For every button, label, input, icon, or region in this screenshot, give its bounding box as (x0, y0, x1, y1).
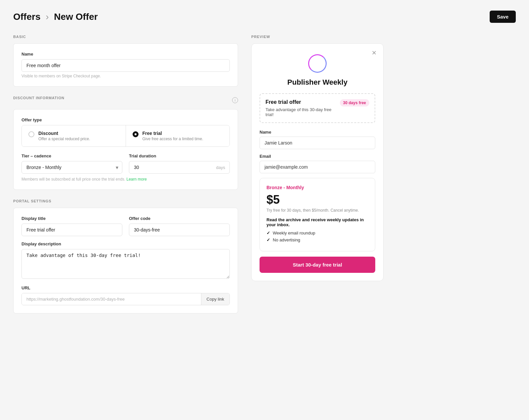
name-field-label: Name (21, 52, 230, 57)
name-helper-text: Visible to members on Stripe Checkout pa… (21, 74, 230, 78)
trial-duration-wrapper: days (129, 161, 230, 174)
portal-card: Display title Offer code Display descrip… (13, 208, 238, 314)
preview-label: PREVIEW (251, 35, 516, 39)
preview-publisher-name: Publisher Weekly (260, 78, 375, 87)
breadcrumb-current: New Offer (54, 12, 98, 22)
offer-banner-description: Take advantage of this 30-day free trial… (265, 107, 336, 117)
basic-section-label: BASIC (13, 35, 238, 39)
page-title: Offers › New Offer (13, 12, 98, 22)
preview-tier-price: $5 (266, 193, 368, 207)
trial-duration-group: Trial duration days (129, 153, 230, 174)
preview-tier-trial-note: Try free for 30 days, then $5/month. Can… (266, 208, 368, 213)
check-icon-2: ✓ (266, 237, 270, 242)
url-row: Copy link (21, 293, 230, 305)
discount-title: Discount (38, 131, 90, 136)
url-input (22, 293, 201, 305)
portal-section-label: PORTAL SETTINGS (13, 199, 238, 203)
free-trial-title: Free trial (142, 131, 203, 136)
offer-code-group: Offer code (129, 216, 230, 236)
preview-logo (260, 54, 375, 74)
offer-banner-title: Free trial offer (265, 99, 336, 105)
display-title-label: Display title (21, 216, 122, 221)
check-icon-1: ✓ (266, 231, 270, 235)
discount-card: Offer type Discount Offer a special redu… (13, 109, 238, 190)
display-description-textarea[interactable]: Take advantage of this 30-day free trial… (21, 249, 230, 279)
portal-section: PORTAL SETTINGS Display title Offer code (13, 199, 238, 314)
discount-desc: Offer a special reduced price. (38, 137, 90, 141)
tier-feature-1: ✓ Weekly email roundup (266, 231, 368, 235)
offer-badge: 30 days free (340, 99, 369, 106)
preview-close-button[interactable]: ✕ (370, 49, 378, 57)
tier-feature-2: ✓ No advertising (266, 237, 368, 242)
tier-feature-1-text: Weekly email roundup (273, 231, 315, 235)
trial-duration-input[interactable] (129, 161, 230, 174)
trial-duration-label: Trial duration (129, 153, 230, 158)
learn-more-link[interactable]: Learn more (127, 177, 147, 182)
info-icon[interactable]: i (232, 97, 238, 103)
basic-section: BASIC Name Visible to members on Stripe … (13, 35, 238, 87)
preview-email-label: Email (260, 154, 375, 159)
tier-feature-2-text: No advertising (273, 237, 300, 242)
display-title-input[interactable] (21, 224, 122, 236)
copy-link-button[interactable]: Copy link (201, 293, 229, 305)
url-group: URL Copy link (21, 285, 230, 305)
offer-code-input[interactable] (129, 224, 230, 236)
display-description-group: Display description Take advantage of th… (21, 241, 230, 280)
offer-code-label: Offer code (129, 216, 230, 221)
name-input[interactable] (21, 59, 230, 72)
tier-cadence-wrapper: Bronze - Monthly (21, 161, 122, 174)
breadcrumb-separator: › (46, 12, 49, 22)
offer-type-label: Offer type (21, 117, 230, 122)
offer-banner: Free trial offer Take advantage of this … (260, 93, 375, 123)
logo-ring (308, 54, 327, 73)
trial-duration-unit: days (216, 165, 225, 170)
preview-name-label: Name (260, 130, 375, 135)
free-trial-radio[interactable] (133, 131, 139, 137)
tier-cadence-group: Tier – cadence Bronze - Monthly (21, 153, 122, 174)
preview-tier-card: Bronze - Monthly $5 Try free for 30 days… (260, 178, 375, 251)
breadcrumb-root[interactable]: Offers (13, 12, 40, 22)
display-description-label: Display description (21, 241, 230, 246)
free-trial-desc: Give free access for a limited time. (142, 137, 203, 141)
preview-name-input[interactable] (260, 137, 375, 149)
tier-cadence-label: Tier – cadence (21, 153, 122, 158)
display-title-group: Display title (21, 216, 122, 236)
tier-cadence-select[interactable]: Bronze - Monthly (21, 161, 122, 174)
subscription-note: Members will be subscribed at full price… (21, 177, 230, 182)
preview-tier-name: Bronze - Monthly (266, 185, 368, 190)
discount-radio[interactable] (28, 131, 34, 137)
save-button[interactable]: Save (490, 11, 516, 23)
basic-card: Name Visible to members on Stripe Checko… (13, 43, 238, 87)
free-trial-option[interactable]: Free trial Give free access for a limite… (126, 125, 230, 147)
start-trial-button[interactable]: Start 30-day free trial (260, 257, 375, 273)
discount-section-label: DISCOUNT INFORMATION (13, 96, 64, 100)
preview-modal: ✕ Publisher Weekly Free trial offer Take… (251, 43, 384, 281)
preview-tier-features-title: Read the archive and receive weekly upda… (266, 217, 368, 227)
discount-option[interactable]: Discount Offer a special reduced price. (22, 125, 126, 147)
preview-email-input[interactable] (260, 161, 375, 173)
discount-section: DISCOUNT INFORMATION i Offer type Discou… (13, 96, 238, 190)
offer-type-row: Discount Offer a special reduced price. … (21, 125, 230, 147)
url-label: URL (21, 285, 230, 290)
